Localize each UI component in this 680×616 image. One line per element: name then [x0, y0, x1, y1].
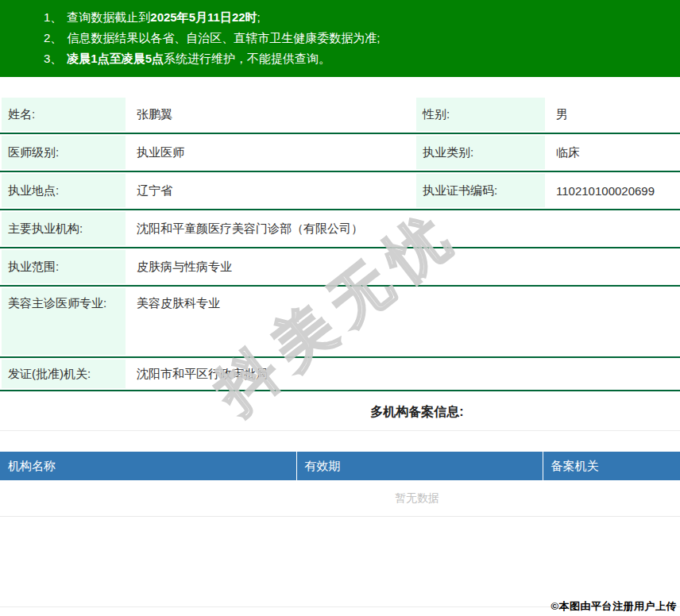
column-header-filing-authority: 备案机关 — [543, 452, 680, 480]
field-value-cosmetic-specialty: 美容皮肤科专业 — [127, 286, 680, 357]
field-value-name: 张鹏翼 — [127, 96, 415, 133]
table-row: 美容主诊医师专业: 美容皮肤科专业 — [0, 286, 680, 357]
practitioner-info-table: 姓名: 张鹏翼 性别: 男 医师级别: 执业医师 执业类别: 临床 执业地点: … — [0, 96, 680, 391]
field-value-main-institution: 沈阳和平童颜医疗美容门诊部（有限公司） — [127, 210, 680, 248]
field-label-doctor-level: 医师级别: — [0, 133, 127, 171]
records-header-row: 机构名称 有效期 备案机关 — [0, 452, 680, 480]
upload-credit-text: ©本图由平台注册用户上传 — [551, 599, 677, 614]
field-value-gender: 男 — [547, 96, 680, 133]
spacer — [0, 517, 680, 606]
notice-number: 1、 — [44, 10, 62, 24]
field-value-practice-location: 辽宁省 — [127, 171, 415, 210]
field-value-doctor-level: 执业医师 — [127, 133, 415, 171]
multi-org-section-title: 多机构备案信息: — [0, 404, 680, 420]
table-row: 医师级别: 执业医师 执业类别: 临床 — [0, 133, 680, 171]
notice-banner: 1、查询数据截止到2025年5月11日22时; 2、信息数据结果以各省、自治区、… — [0, 0, 680, 77]
notice-line-3: 3、凌晨1点至凌晨5点系统进行维护，不能提供查询。 — [44, 48, 680, 69]
field-value-practice-scope: 皮肤病与性病专业 — [127, 248, 680, 286]
notice-line-1: 1、查询数据截止到2025年5月11日22时; — [44, 7, 680, 28]
notice-number: 3、 — [44, 52, 62, 65]
field-label-issuing-authority: 发证(批准)机关: — [0, 357, 127, 391]
field-label-practice-scope: 执业范围: — [0, 248, 127, 286]
empty-data-message: 暂无数据 — [0, 480, 680, 517]
notice-text: 系统进行维护，不能提供查询。 — [164, 52, 330, 65]
field-label-practice-location: 执业地点: — [0, 171, 127, 210]
field-value-certificate-number: 110210100020699 — [547, 171, 680, 210]
doctor-license-query-page: 1、查询数据截止到2025年5月11日22时; 2、信息数据结果以各省、自治区、… — [0, 0, 680, 616]
table-row: 执业地点: 辽宁省 执业证书编码: 110210100020699 — [0, 171, 680, 210]
table-row: 执业范围: 皮肤病与性病专业 — [0, 248, 680, 286]
notice-number: 2、 — [44, 31, 62, 44]
field-label-name: 姓名: — [0, 96, 127, 133]
notice-bold-text: 凌晨1点至凌晨5点 — [67, 52, 164, 65]
field-value-issuing-authority: 沈阳市和平区行政审批局 — [127, 357, 680, 391]
field-label-main-institution: 主要执业机构: — [0, 210, 127, 248]
notice-text: 查询数据截止到 — [67, 10, 150, 24]
table-row: 发证(批准)机关: 沈阳市和平区行政审批局 — [0, 357, 680, 391]
field-label-cosmetic-specialty: 美容主诊医师专业: — [0, 286, 127, 357]
field-label-certificate-number: 执业证书编码: — [415, 171, 547, 210]
table-row: 主要执业机构: 沈阳和平童颜医疗美容门诊部（有限公司） — [0, 210, 680, 248]
column-header-validity: 有效期 — [296, 452, 543, 480]
table-row: 姓名: 张鹏翼 性别: 男 — [0, 96, 680, 133]
notice-bold-text: 2025年5月11日22时 — [150, 10, 257, 24]
divider — [0, 430, 680, 431]
notice-text: 信息数据结果以各省、自治区、直辖市卫生健康委数据为准; — [67, 31, 380, 44]
field-label-practice-category: 执业类别: — [415, 133, 547, 171]
field-value-practice-category: 临床 — [547, 133, 680, 171]
field-label-gender: 性别: — [415, 96, 547, 133]
notice-text: ; — [257, 10, 261, 24]
column-header-institution: 机构名称 — [0, 452, 296, 480]
notice-line-2: 2、信息数据结果以各省、自治区、直辖市卫生健康委数据为准; — [44, 28, 680, 48]
multi-org-records-table: 机构名称 有效期 备案机关 — [0, 452, 680, 480]
